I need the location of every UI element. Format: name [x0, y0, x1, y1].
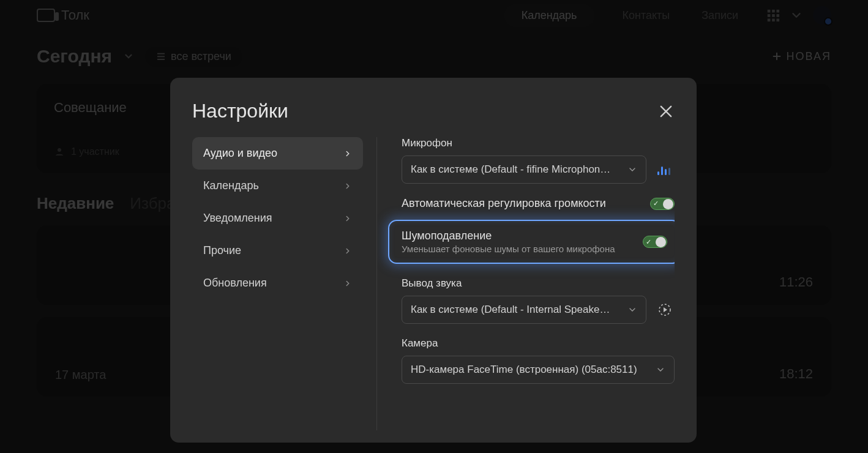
mic-label: Микрофон: [402, 137, 675, 149]
settings-panel: Микрофон Как в системе (Default - fifine…: [377, 137, 675, 430]
output-select[interactable]: Как в системе (Default - Internal Speake…: [402, 296, 646, 324]
sidebar-item-other[interactable]: Прочие: [192, 234, 363, 267]
camera-select[interactable]: HD-камера FaceTime (встроенная) (05ac:85…: [402, 356, 675, 384]
check-icon: ✓: [653, 200, 659, 207]
chevron-right-icon: [343, 149, 352, 158]
toggle-knob: [663, 199, 673, 209]
chevron-right-icon: [343, 247, 352, 255]
sidebar-item-audio-video[interactable]: Аудио и видео: [192, 137, 363, 170]
chevron-right-icon: [343, 182, 352, 190]
camera-label: Камера: [402, 337, 675, 350]
chevron-right-icon: [343, 214, 352, 223]
noise-suppression-highlight: Шумоподавление Уменьшает фоновые шумы от…: [388, 220, 675, 264]
mic-select[interactable]: Как в системе (Default - fifine Micropho…: [402, 155, 646, 184]
test-sound-icon[interactable]: [657, 302, 672, 317]
noise-toggle[interactable]: ✓: [643, 236, 667, 248]
settings-sidebar: Аудио и видео Календарь Уведомления Проч…: [192, 137, 377, 430]
sidebar-item-updates[interactable]: Обновления: [192, 267, 363, 299]
chevron-down-icon: [627, 305, 637, 315]
output-label: Вывод звука: [402, 277, 675, 290]
settings-modal: Настройки Аудио и видео Календарь Уведом…: [170, 78, 697, 443]
chevron-right-icon: [343, 279, 352, 288]
mic-value: Как в системе (Default - fifine Micropho…: [411, 163, 613, 176]
auto-gain-toggle[interactable]: ✓: [650, 198, 675, 210]
chevron-down-icon: [656, 365, 665, 375]
auto-gain-label: Автоматическая регулировка громкости: [402, 197, 606, 210]
toggle-knob: [656, 237, 666, 247]
sidebar-item-calendar[interactable]: Календарь: [192, 170, 363, 202]
close-icon[interactable]: [657, 103, 675, 120]
auto-gain-row: Автоматическая регулировка громкости ✓: [402, 197, 675, 210]
noise-sublabel: Уменьшает фоновые шумы от вашего микрофо…: [402, 244, 615, 254]
mic-level-meter: [657, 164, 670, 175]
sidebar-item-notifications[interactable]: Уведомления: [192, 202, 363, 234]
chevron-down-icon: [627, 165, 637, 174]
check-icon: ✓: [646, 239, 651, 245]
output-value: Как в системе (Default - Internal Speake…: [411, 304, 613, 316]
settings-title: Настройки: [192, 100, 288, 122]
noise-label: Шумоподавление: [402, 230, 615, 242]
camera-value: HD-камера FaceTime (встроенная) (05ac:85…: [411, 364, 637, 376]
